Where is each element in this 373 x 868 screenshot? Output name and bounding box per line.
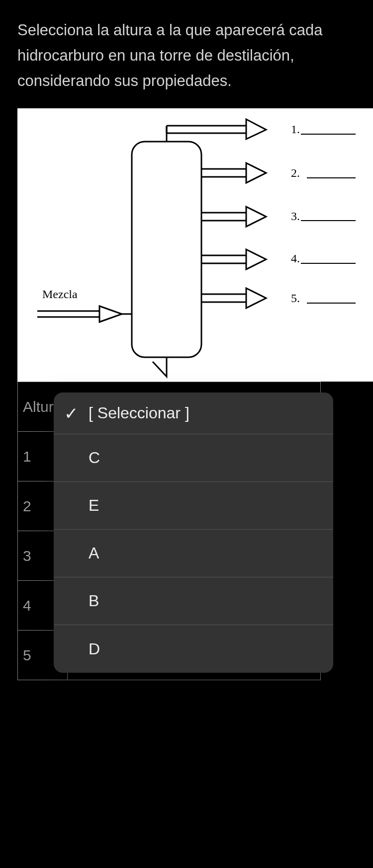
- question-instruction: Selecciona la altura a la que aparecerá …: [0, 0, 373, 108]
- outlet-label-3: 3.: [291, 210, 300, 223]
- dropdown-option[interactable]: E: [54, 482, 333, 530]
- outlet-label-2: 2.: [291, 166, 300, 179]
- dropdown-option-label: D: [54, 640, 100, 658]
- svg-marker-15: [246, 207, 266, 227]
- inlet-label: Mezcla: [42, 288, 78, 301]
- svg-marker-11: [246, 163, 266, 183]
- svg-marker-7: [246, 119, 266, 139]
- dropdown-option-label: C: [54, 449, 100, 467]
- outlet-label-1: 1.: [291, 123, 300, 136]
- dropdown-option-label: E: [54, 496, 99, 515]
- outlet-label-5: 5.: [291, 292, 300, 305]
- dropdown-option[interactable]: B: [54, 577, 333, 625]
- dropdown-option[interactable]: A: [54, 530, 333, 577]
- dropdown-option-selected[interactable]: ✓ [ Seleccionar ]: [54, 393, 333, 434]
- dropdown-option-label: A: [54, 544, 99, 562]
- dropdown-option-label: B: [54, 592, 99, 610]
- dropdown-option[interactable]: D: [54, 625, 333, 673]
- svg-marker-27: [99, 306, 122, 322]
- dropdown-option-label: [ Seleccionar ]: [89, 404, 189, 422]
- svg-marker-23: [246, 288, 266, 308]
- svg-rect-0: [132, 142, 201, 357]
- check-icon: ✓: [54, 403, 89, 423]
- dropdown-menu: ✓ [ Seleccionar ] C E A B D: [54, 393, 333, 673]
- svg-marker-19: [246, 249, 266, 269]
- distillation-diagram: 1. 2. 3. 4. 5. Mezcla: [17, 108, 373, 382]
- outlet-label-4: 4.: [291, 252, 300, 265]
- dropdown-option[interactable]: C: [54, 434, 333, 482]
